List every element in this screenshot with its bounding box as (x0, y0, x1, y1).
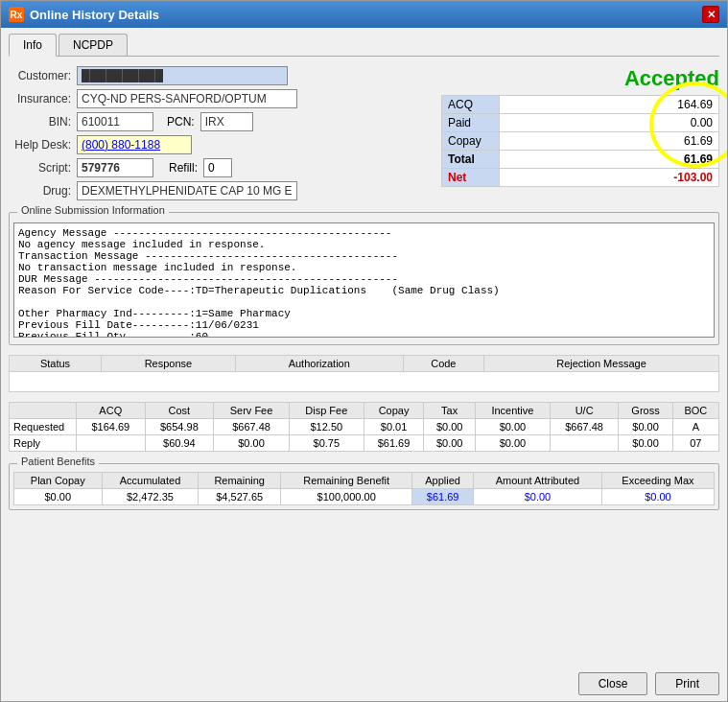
patient-benefits-header: Plan Copay Accumulated Remaining Remaini… (14, 473, 715, 489)
acq-label: ACQ (442, 96, 500, 114)
row-label-col (10, 403, 77, 419)
requested-label: Requested (10, 419, 77, 435)
window-content: Info NCPDP Customer: Insurance: BIN: PCN… (1, 28, 727, 667)
status-grid-body (10, 372, 719, 392)
servfee-col-header: Serv Fee (214, 403, 290, 419)
reply-serv-fee: $0.00 (214, 435, 290, 452)
online-submission-group: Online Submission Information Agency Mes… (9, 212, 719, 345)
helpdesk-label: Help Desk: (9, 138, 71, 152)
status-table: ACQ 164.69 Paid 0.00 Copay 61.69 Total 6… (441, 95, 719, 187)
reply-acq (77, 435, 146, 452)
acq-value: 164.69 (500, 96, 719, 114)
reply-boc: 07 (672, 435, 718, 452)
refill-field[interactable] (203, 158, 232, 177)
insurance-label: Insurance: (9, 92, 71, 105)
form-section: Customer: Insurance: BIN: PCN: Help Desk… (9, 66, 432, 200)
reply-label: Reply (10, 435, 77, 452)
requested-incentive: $0.00 (475, 419, 550, 435)
net-row: Net -103.00 (442, 169, 719, 187)
script-field[interactable] (77, 158, 153, 177)
reply-incentive: $0.00 (475, 435, 550, 452)
close-button[interactable]: Close (578, 672, 648, 695)
remaining-benefit-header: Remaining Benefit (280, 473, 411, 489)
top-section: Customer: Insurance: BIN: PCN: Help Desk… (9, 66, 719, 200)
message-area[interactable]: Agency Message -------------------------… (13, 222, 715, 338)
applied-cell: $61.69 (412, 489, 474, 505)
rejection-col-header: Rejection Message (483, 356, 718, 372)
accumulated-header: Accumulated (102, 473, 199, 489)
total-label: Total (442, 151, 500, 169)
requested-tax: $0.00 (424, 419, 476, 435)
status-col-header: Status (10, 356, 102, 372)
tab-info[interactable]: Info (9, 34, 57, 57)
status-grid-section: Status Response Authorization Code Rejec… (9, 355, 719, 392)
pcn-label: PCN: (167, 115, 195, 129)
requested-row: Requested $164.69 $654.98 $667.48 $12.50… (10, 419, 719, 435)
incentive-col-header: Incentive (475, 403, 550, 419)
patient-benefits-title: Patient Benefits (17, 456, 99, 467)
response-col-header: Response (101, 356, 235, 372)
print-button[interactable]: Print (655, 672, 719, 695)
bin-row: BIN: PCN: (9, 112, 432, 131)
bin-field[interactable] (77, 112, 153, 131)
requested-gross: $0.00 (619, 419, 672, 435)
requested-boc: A (672, 419, 718, 435)
drug-label: Drug: (9, 184, 71, 198)
script-row: Script: Refill: (9, 158, 432, 177)
accepted-label: Accepted (441, 66, 719, 91)
script-label: Script: (9, 161, 71, 175)
plan-copay-header: Plan Copay (14, 473, 103, 489)
helpdesk-field[interactable] (77, 135, 192, 154)
reply-row: Reply $60.94 $0.00 $0.75 $61.69 $0.00 $0… (10, 435, 719, 452)
online-submission-title: Online Submission Information (17, 204, 169, 216)
applied-header: Applied (412, 473, 474, 489)
requested-disp-fee: $12.50 (289, 419, 364, 435)
status-grid-header: Status Response Authorization Code Rejec… (10, 356, 719, 372)
insurance-field[interactable] (77, 89, 297, 108)
drug-field[interactable] (77, 181, 297, 200)
remaining-cell: $4,527.65 (199, 489, 281, 505)
refill-label: Refill: (169, 161, 198, 175)
total-row: Total 61.69 (442, 151, 719, 169)
acq-row: ACQ 164.69 (442, 96, 719, 114)
main-window: Rx Online History Details ✕ Info NCPDP C… (0, 0, 728, 702)
helpdesk-row: Help Desk: (9, 135, 432, 154)
requested-uc: $667.48 (550, 419, 619, 435)
reply-uc (550, 435, 619, 452)
exceeding-max-cell: $0.00 (601, 489, 714, 505)
reply-copay: $61.69 (364, 435, 424, 452)
tab-bar: Info NCPDP (9, 34, 719, 57)
customer-label: Customer: (9, 69, 71, 82)
tax-col-header: Tax (424, 403, 476, 419)
patient-benefits-table: Plan Copay Accumulated Remaining Remaini… (13, 472, 715, 505)
reply-tax: $0.00 (424, 435, 476, 452)
acq-col-header: ACQ (77, 403, 146, 419)
acq-grid-table: ACQ Cost Serv Fee Disp Fee Copay Tax Inc… (9, 402, 719, 452)
pcn-field[interactable] (200, 112, 253, 131)
patient-benefits-body: $0.00 $2,472.35 $4,527.65 $100,000.00 $6… (14, 489, 715, 505)
window-title: Online History Details (30, 8, 159, 22)
net-value: -103.00 (500, 169, 719, 187)
amount-attributed-cell: $0.00 (473, 489, 601, 505)
authorization-col-header: Authorization (235, 356, 403, 372)
net-label: Net (442, 169, 500, 187)
app-icon: Rx (9, 7, 24, 22)
paid-row: Paid 0.00 (442, 114, 719, 132)
acq-grid-body: Requested $164.69 $654.98 $667.48 $12.50… (10, 419, 719, 452)
status-grid-table: Status Response Authorization Code Rejec… (9, 355, 719, 392)
copay-col-header: Copay (364, 403, 424, 419)
reply-cost: $60.94 (145, 435, 214, 452)
close-window-button[interactable]: ✕ (702, 6, 719, 23)
bottom-buttons: Close Print (1, 667, 727, 701)
code-col-header: Code (403, 356, 483, 372)
tab-ncpdp[interactable]: NCPDP (59, 34, 128, 56)
patient-benefits-row: $0.00 $2,472.35 $4,527.65 $100,000.00 $6… (14, 489, 715, 505)
title-bar: Rx Online History Details ✕ (1, 1, 727, 28)
customer-field[interactable] (77, 66, 288, 85)
remaining-benefit-cell: $100,000.00 (280, 489, 411, 505)
status-section: Accepted ACQ 164.69 Paid 0.00 Copay 61.6… (441, 66, 719, 200)
title-bar-left: Rx Online History Details (9, 7, 159, 22)
boc-col-header: BOC (672, 403, 718, 419)
exceeding-max-header: Exceeding Max (601, 473, 714, 489)
amount-attributed-header: Amount Attributed (473, 473, 601, 489)
